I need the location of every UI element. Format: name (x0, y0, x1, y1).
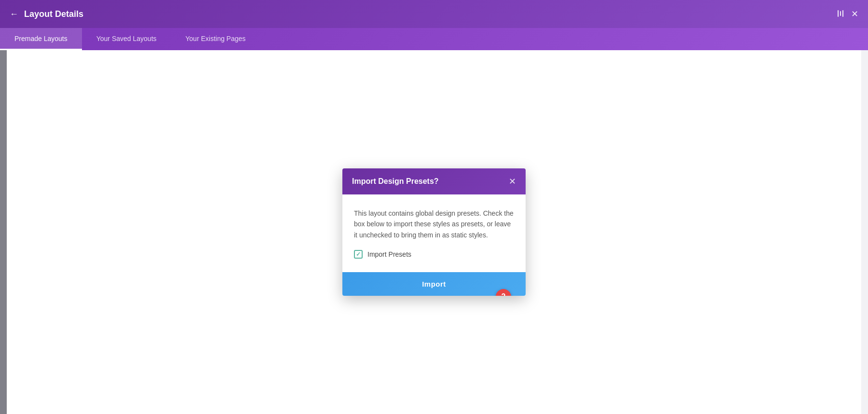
modal-title: Import Design Presets? (352, 177, 439, 186)
modal-overlay: 1 Import Design Presets? ✕ This layout c… (0, 50, 868, 414)
import-presets-modal: 1 Import Design Presets? ✕ This layout c… (342, 168, 526, 296)
checkbox-checkmark: ✓ (356, 251, 361, 258)
modal-header: Import Design Presets? ✕ (342, 168, 526, 194)
modal-body: This layout contains global design prese… (342, 194, 526, 272)
main-content: 1 Import Design Presets? ✕ This layout c… (0, 50, 868, 414)
header-right: ✕ (838, 9, 858, 19)
modal-close-button[interactable]: ✕ (509, 177, 516, 186)
header-bar: ← Layout Details ✕ (0, 0, 868, 28)
adjust-icon[interactable] (838, 9, 843, 19)
back-button[interactable]: ← (10, 9, 18, 19)
import-presets-checkbox[interactable]: ✓ (354, 250, 363, 259)
header-title: Layout Details (24, 9, 83, 19)
tab-existing-pages[interactable]: Your Existing Pages (171, 28, 260, 50)
tab-saved-layouts[interactable]: Your Saved Layouts (82, 28, 171, 50)
close-button[interactable]: ✕ (851, 9, 858, 19)
tabs-bar: Premade Layouts Your Saved Layouts Your … (0, 28, 868, 50)
header-left: ← Layout Details (10, 9, 83, 19)
tab-premade-layouts[interactable]: Premade Layouts (0, 28, 82, 50)
import-presets-label: Import Presets (367, 250, 411, 258)
import-presets-checkbox-row: ✓ Import Presets (354, 250, 514, 259)
modal-description: This layout contains global design prese… (354, 208, 514, 240)
